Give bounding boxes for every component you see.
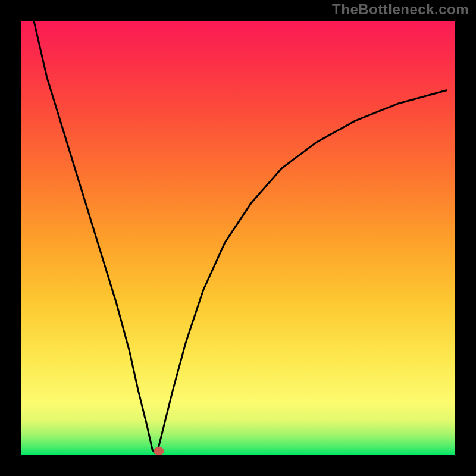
- bottleneck-curve: [34, 21, 447, 453]
- plot-area: [21, 21, 455, 455]
- chart-frame: TheBottleneck.com: [0, 0, 476, 476]
- watermark-text: TheBottleneck.com: [332, 1, 469, 18]
- curve-layer: [21, 21, 455, 455]
- optimal-marker: [154, 447, 164, 455]
